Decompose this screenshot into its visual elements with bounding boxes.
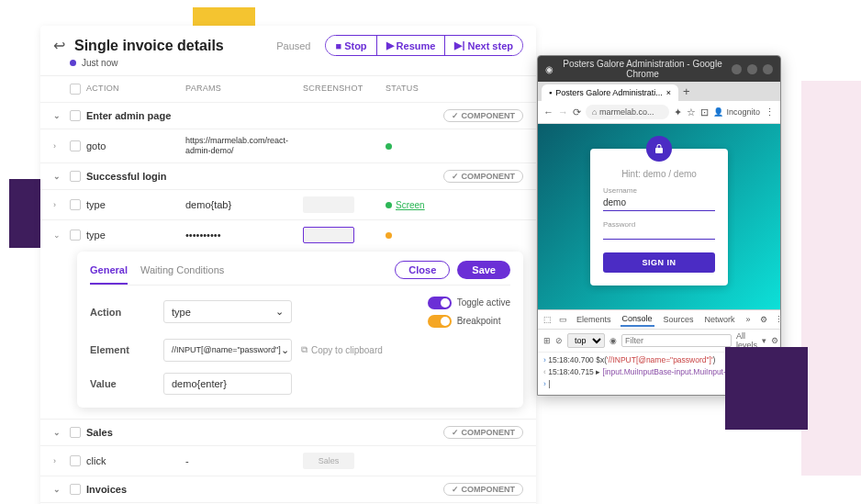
inspect-icon[interactable]: ⬚ [543,315,552,324]
menu-icon[interactable]: ⋮ [765,106,775,118]
component-badge: ✓COMPONENT [443,109,524,122]
col-action: ACTION [86,84,185,95]
chevron-down-icon[interactable]: ⌄ [53,428,70,437]
step-row[interactable]: › goto https://marmelab.com/react-admin-… [40,129,536,162]
step-editor: General Waiting Conditions Close Save Ac… [77,252,523,408]
action-label: Action [90,307,154,318]
reload-icon[interactable]: ⟳ [573,106,581,118]
device-icon[interactable]: ▭ [559,315,567,324]
chevron-down-icon[interactable]: ⌄ [53,111,70,120]
screenshot-thumb[interactable] [303,227,354,243]
minimize-icon[interactable] [732,64,742,74]
login-card: Hint: demo / demo Username demo Password… [590,149,728,286]
stop-button[interactable]: ■Stop [326,36,376,55]
maximize-icon[interactable] [747,64,757,74]
devtools-tab-sources[interactable]: Sources [662,313,696,326]
col-screenshot: SCREENSHOT [303,84,386,95]
group-name: Sales [86,427,443,438]
filter-input[interactable] [621,334,732,347]
password-input[interactable] [603,229,715,240]
checkbox[interactable] [70,199,81,210]
step-action: goto [86,140,185,151]
devtools-tab-console[interactable]: Console [621,312,654,327]
devtools-tab-network[interactable]: Network [703,313,737,326]
group-name: Enter admin page [86,110,443,121]
url-input[interactable]: ⌂ marmelab.co... [586,105,669,119]
checkbox[interactable] [70,140,81,151]
checkbox[interactable] [70,455,81,466]
tab-general[interactable]: General [90,261,128,285]
checkbox[interactable] [70,484,81,495]
page-title: Single invoice details [74,38,267,54]
component-badge: ✓COMPONENT [443,426,524,439]
chevron-right-icon[interactable]: › [53,456,70,465]
chevron-down-icon[interactable]: ⌄ [53,485,70,494]
status-link[interactable]: Screen [396,200,425,210]
close-icon[interactable] [763,64,773,74]
screenshot-thumb[interactable]: Sales [303,453,354,469]
gear-icon[interactable]: ⚙ [771,336,778,345]
action-select[interactable]: type ⌄ [163,300,292,323]
chevron-down-icon[interactable]: ⌄ [53,230,70,240]
step-icon: ▶| [454,39,464,51]
close-button[interactable]: Close [395,261,450,279]
browser-tab[interactable]: ▪ Posters Galore Administrati... × [542,84,678,101]
step-row[interactable]: › click - Sales [40,445,536,476]
breakpoint-label: Breakpoint [457,316,501,326]
star-icon[interactable]: ☆ [687,106,696,118]
context-select[interactable]: top [567,333,605,348]
save-button[interactable]: Save [457,261,510,279]
checkbox[interactable] [70,171,81,182]
devtools-tab-more[interactable]: » [744,313,753,326]
value-input[interactable] [163,373,292,395]
clipboard-icon: ⧉ [301,344,308,355]
screenshot-thumb[interactable] [303,196,354,213]
tab-waiting-conditions[interactable]: Waiting Conditions [140,261,224,285]
chevron-down-icon: ▾ [762,336,766,345]
group-row[interactable]: ⌄ Enter admin page ✓COMPONENT [40,102,536,129]
signin-button[interactable]: SIGN IN [603,252,715,273]
gear-icon[interactable]: ⚙ [760,315,767,324]
status-dot-green [386,143,392,150]
copy-to-clipboard[interactable]: ⧉ Copy to clipboard [301,344,383,355]
checkbox[interactable] [70,230,81,241]
group-row[interactable]: ⌄ Successful login ✓COMPONENT [40,162,536,189]
tabbar: ▪ Posters Galore Administrati... × + [538,82,780,101]
new-tab-icon[interactable]: + [683,84,690,98]
group-row[interactable]: ⌄ Sales ✓COMPONENT [40,419,536,445]
element-select[interactable]: //INPUT[@name="password"] ⌄ [163,339,292,362]
clear-console-icon[interactable]: ⊘ [555,336,563,345]
extensions-icon[interactable]: ✦ [674,106,682,118]
paused-label: Paused [276,40,310,51]
console-prompt[interactable]: › [543,379,546,388]
chevron-right-icon[interactable]: › [53,200,70,209]
checkbox[interactable] [70,110,81,121]
breakpoint-switch[interactable] [428,315,452,328]
chevron-down-icon[interactable]: ⌄ [53,172,70,181]
step-row-active[interactable]: ⌄ type •••••••••• [40,219,536,250]
checkbox[interactable] [70,427,81,438]
username-input[interactable]: demo [603,195,715,211]
step-row[interactable]: › type demo{tab} Screen [40,189,536,219]
back-icon[interactable]: ↩ [53,37,65,54]
test-panel: ↩ Single invoice details Paused ■Stop ▶R… [40,26,536,504]
next-step-button[interactable]: ▶|Next step [445,36,522,55]
resume-button[interactable]: ▶Resume [377,36,446,55]
ext-icon[interactable]: ⊡ [700,106,709,118]
status-dot [70,60,76,66]
status-dot-yellow [386,232,392,239]
tab-close-icon[interactable]: × [666,88,671,97]
select-all-checkbox[interactable] [70,84,81,95]
devtools-tab-elements[interactable]: Elements [575,313,613,326]
devtools-sidebar-icon[interactable]: ⊞ [543,336,551,345]
eye-icon[interactable]: ◉ [609,336,617,345]
group-row[interactable]: ⌄ Invoices ✓COMPONENT [40,476,536,502]
toggle-active-switch[interactable] [428,297,452,309]
devtools-menu-icon[interactable]: ⋮ [775,315,781,324]
col-status: STATUS [386,84,523,95]
chevron-right-icon[interactable]: › [53,141,70,151]
browser-window: ◉ Posters Galore Administration - Google… [537,55,781,396]
step-action: type [86,199,185,210]
step-action: click [86,455,185,466]
back-nav-icon[interactable]: ← [543,106,554,118]
